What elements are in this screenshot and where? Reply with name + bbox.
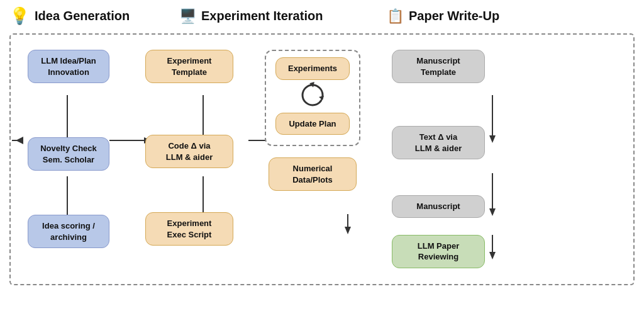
svg-marker-14	[345, 227, 351, 234]
box-llm-idea: LLM Idea/PlanInnovation	[28, 50, 109, 83]
box-novelty-check: Novelty CheckSem. Scholar	[28, 137, 109, 171]
section-experiment-iteration: 🖥️ Experiment Iteration	[179, 8, 387, 25]
box-manuscript-template: ManuscriptTemplate	[392, 50, 485, 83]
column-experiment-flow: ExperimentTemplate Code Δ viaLLM & aider…	[139, 50, 240, 246]
paper-writeup-icon: 📋	[387, 8, 404, 25]
box-manuscript: Manuscript	[392, 195, 485, 218]
idea-generation-title: Idea Generation	[35, 9, 130, 23]
box-idea-scoring: Idea scoring /archiving	[28, 215, 109, 248]
box-update-plan: Update Plan	[275, 113, 350, 135]
section-paper-writeup: 📋 Paper Write-Up	[387, 8, 563, 25]
box-experiment-template: ExperimentTemplate	[145, 50, 233, 83]
column-idea-generation: LLM Idea/PlanInnovation Novelty CheckSem…	[22, 50, 115, 248]
box-experiments: Experiments	[275, 57, 350, 80]
flow-diagram: LLM Idea/PlanInnovation Novelty CheckSem…	[9, 33, 635, 285]
idea-generation-icon: 💡	[9, 6, 30, 26]
main-container: 💡 Idea Generation 🖥️ Experiment Iteratio…	[0, 0, 644, 318]
box-llm-paper-reviewing: LLM PaperReviewing	[392, 235, 485, 268]
refresh-icon-svg	[296, 80, 329, 113]
box-text-delta: Text Δ viaLLM & aider	[392, 126, 485, 159]
header-row: 💡 Idea Generation 🖥️ Experiment Iteratio…	[9, 6, 635, 26]
experiment-iteration-icon: 🖥️	[179, 8, 196, 25]
column-loop: Experiments Update Plan NumericalData/Pl…	[262, 50, 363, 191]
column-paper-writeup: ManuscriptTemplate Text Δ viaLLM & aider…	[386, 50, 491, 268]
box-numerical-data: NumericalData/Plots	[269, 157, 357, 191]
box-experiment-exec: ExperimentExec Script	[145, 212, 233, 246]
experiment-loop-box: Experiments Update Plan	[265, 50, 360, 146]
paper-writeup-title: Paper Write-Up	[409, 9, 499, 23]
section-idea-generation: 💡 Idea Generation	[9, 6, 179, 26]
box-code-delta: Code Δ viaLLM & aider	[145, 135, 233, 168]
experiment-iteration-title: Experiment Iteration	[201, 9, 323, 23]
